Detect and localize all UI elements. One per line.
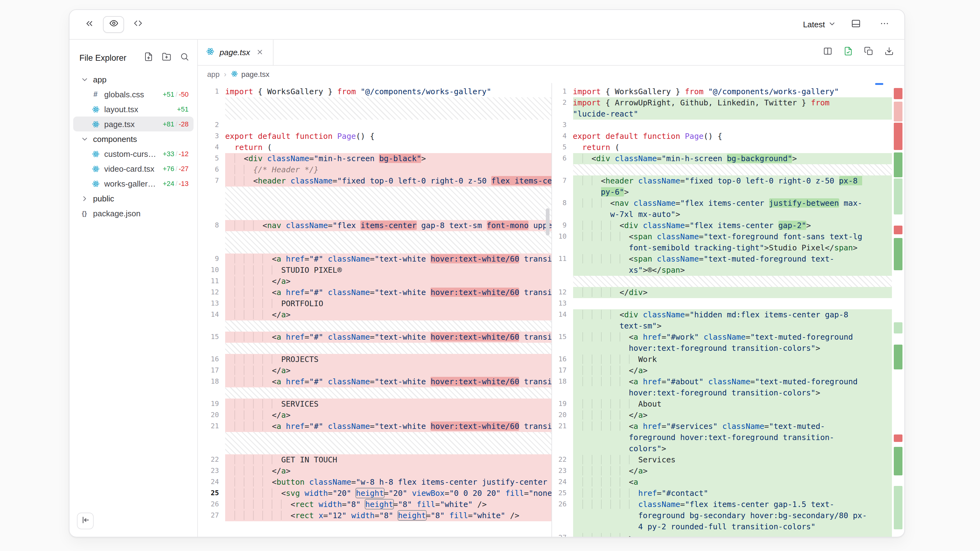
code-line-right-10[interactable]: 10 <span className="text-foreground font… xyxy=(552,231,904,254)
code-line-left-4[interactable]: 4 return ( xyxy=(198,142,551,153)
code-line-left-13[interactable]: 13 PORTFOLIO xyxy=(198,298,551,309)
code-line-left-26[interactable]: 26 <rect width="8" height="8" fill="whit… xyxy=(198,499,551,510)
code-line-right-23[interactable]: 23 </a> xyxy=(552,465,904,476)
ellipsis-icon xyxy=(880,18,889,31)
code-line-left-6[interactable]: 6 {/* Header */} xyxy=(198,164,551,175)
overview-ruler-mark xyxy=(894,486,902,529)
tab-label: page.tsx xyxy=(220,48,250,57)
version-dropdown[interactable]: Latest xyxy=(803,19,836,29)
code-line-left-14[interactable]: 14 </a> xyxy=(198,309,551,321)
code-line-right-27[interactable]: 27 > xyxy=(552,532,904,537)
file-tree-item-layout-tsx[interactable]: layout.tsx+51 xyxy=(73,102,194,116)
copy-button[interactable] xyxy=(863,44,874,60)
chevron-down-icon xyxy=(80,134,89,144)
file-tree-item-public[interactable]: public xyxy=(73,191,194,206)
react-icon xyxy=(91,164,100,173)
code-line-left-17[interactable]: 17 </a> xyxy=(198,365,551,376)
chevron-down-icon xyxy=(80,75,89,84)
breadcrumb: app › page.tsx xyxy=(198,66,904,83)
breadcrumb-file[interactable]: page.tsx xyxy=(231,70,269,79)
code-line-right-17[interactable]: 17 </a> xyxy=(552,365,904,376)
code-line-left-15[interactable]: 15 <a href="#" className="text-white hov… xyxy=(198,332,551,343)
code-line-left-11[interactable]: 11 </a> xyxy=(198,276,551,287)
code-line-right-12[interactable]: 12 </div> xyxy=(552,287,904,298)
code-line-right-24[interactable]: 24 <a xyxy=(552,476,904,488)
new-folder-button[interactable] xyxy=(161,49,172,66)
code-view-button[interactable] xyxy=(129,16,146,33)
code-line-left-16[interactable]: 16 PROJECTS xyxy=(198,354,551,365)
panel-layout-button[interactable] xyxy=(847,16,865,33)
tab-page-tsx[interactable]: page.tsx xyxy=(198,40,274,65)
code-line-right-18[interactable]: 18 <a href="#about" className="text-mute… xyxy=(552,376,904,399)
file-tree-item-components[interactable]: components xyxy=(73,132,194,146)
diff-stats: +33/-12 xyxy=(163,150,189,157)
file-tree-item-custom-curs-[interactable]: custom-curs…+33/-12 xyxy=(73,146,194,161)
overview-ruler[interactable] xyxy=(894,84,902,535)
code-line-right-8[interactable]: 8 <nav className="flex items-center just… xyxy=(552,198,904,220)
code-line-right-11[interactable]: 11 <span className="text-muted-foregroun… xyxy=(552,254,904,276)
more-options-button[interactable] xyxy=(876,16,893,33)
code-line-right-7[interactable]: 7 <header className="fixed top-0 left-0 … xyxy=(552,175,904,198)
split-view-button[interactable] xyxy=(822,44,833,60)
code-line-left-19[interactable]: 19 SERVICES xyxy=(198,399,551,410)
code-line-left-25[interactable]: 25 <svg width="20" height="20" viewBox="… xyxy=(198,488,551,499)
code-line-left-20[interactable]: 20 </a> xyxy=(198,410,551,421)
scrollbar-thumb[interactable] xyxy=(546,208,549,235)
breadcrumb-app[interactable]: app xyxy=(207,70,220,79)
search-files-button[interactable] xyxy=(179,49,190,66)
code-line-right-16[interactable]: 16 Work xyxy=(552,354,904,365)
code-line-left-8[interactable]: 8 <nav className="flex items-center gap-… xyxy=(198,220,551,231)
tab-close-button[interactable] xyxy=(255,48,265,57)
file-tree-item-video-card-tsx[interactable]: video-card.tsx+76/-27 xyxy=(73,161,194,176)
code-line-right-21[interactable]: 21 <a href="#services" className="text-m… xyxy=(552,421,904,454)
line-number: 24 xyxy=(552,476,573,488)
code-line-right-15[interactable]: 15 <a href="#work" className="text-muted… xyxy=(552,332,904,354)
code-line-right-22[interactable]: 22 Services xyxy=(552,454,904,465)
file-tree-item-works-galler-[interactable]: works-galler…+24/-13 xyxy=(73,176,194,191)
code-line-right-14[interactable]: 14 <div className="hidden md:flex items-… xyxy=(552,309,904,332)
download-button[interactable] xyxy=(883,44,894,60)
preview-toggle-button[interactable] xyxy=(103,16,124,33)
file-tree-item-globals-css[interactable]: #globals.css+51/-50 xyxy=(73,87,194,102)
code-line-left-27[interactable]: 27 <rect x="12" width="8" height="8" fil… xyxy=(198,510,551,521)
line-number: 7 xyxy=(552,175,573,198)
line-number: 13 xyxy=(552,298,573,309)
code-line-left-24[interactable]: 24 <button className="w-8 h-8 flex items… xyxy=(198,476,551,488)
code-line-left-5[interactable]: 5 <div className="min-h-screen bg-black"… xyxy=(198,153,551,164)
file-diff-button[interactable] xyxy=(842,44,853,60)
code-line-right-13[interactable]: 13 xyxy=(552,298,904,309)
code-line-left-9[interactable]: 9 <a href="#" className="text-white hove… xyxy=(198,254,551,265)
overview-ruler-mark xyxy=(894,345,902,369)
code-line-right-2[interactable]: 2import { ArrowUpRight, Github, Linkedin… xyxy=(552,97,904,120)
code-line-left-1[interactable]: 1import { WorksGallery } from "@/compone… xyxy=(198,86,551,97)
code-line-left-21[interactable]: 21 <a href="#" className="text-white hov… xyxy=(198,421,551,432)
code-line-right-26[interactable]: 26 className="flex items-center gap-1.5 … xyxy=(552,499,904,532)
code-line-right-1[interactable]: 1import { WorksGallery } from "@/compone… xyxy=(552,86,904,97)
file-tree-item-page-tsx[interactable]: page.tsx+81/-28 xyxy=(73,116,194,132)
code-line-left-18[interactable]: 18 <a href="#" className="text-white hov… xyxy=(198,376,551,387)
line-number: 27 xyxy=(198,510,225,521)
collapse-panel-button[interactable] xyxy=(81,16,98,33)
code-line-left-3[interactable]: 3export default function Page() { xyxy=(198,131,551,142)
collapse-sidebar-button[interactable] xyxy=(77,513,94,529)
code-line-right-19[interactable]: 19 About xyxy=(552,399,904,410)
code-line-right-6[interactable]: 6 <div className="min-h-screen bg-backgr… xyxy=(552,153,904,164)
code-line-left-2[interactable]: 2 xyxy=(198,120,551,131)
react-icon xyxy=(91,104,100,114)
file-tree-item-package-json[interactable]: {}package.json xyxy=(73,206,194,221)
code-line-left-23[interactable]: 23 </a> xyxy=(198,465,551,476)
code-line-left-22[interactable]: 22 GET IN TOUCH xyxy=(198,454,551,465)
code-line-right-25[interactable]: 25 href="#contact" xyxy=(552,488,904,499)
code-line-right-20[interactable]: 20 </a> xyxy=(552,410,904,421)
code-line-left-7[interactable]: 7 <header className="fixed top-0 left-0 … xyxy=(198,175,551,187)
code-line-right-4[interactable]: 4export default function Page() { xyxy=(552,131,904,142)
file-tree-item-app[interactable]: app xyxy=(73,72,194,87)
code-line-right-3[interactable]: 3 xyxy=(552,120,904,131)
new-file-button[interactable] xyxy=(143,49,154,66)
code-line-left-10[interactable]: 10 STUDIO PIXEL® xyxy=(198,265,551,276)
code-line-right-9[interactable]: 9 <div className="flex items-center gap-… xyxy=(552,220,904,231)
code-line-left-12[interactable]: 12 <a href="#" className="text-white hov… xyxy=(198,287,551,298)
code-line-right-5[interactable]: 5 return ( xyxy=(552,142,904,153)
file-name: layout.tsx xyxy=(104,105,138,114)
line-number: 18 xyxy=(552,376,573,399)
